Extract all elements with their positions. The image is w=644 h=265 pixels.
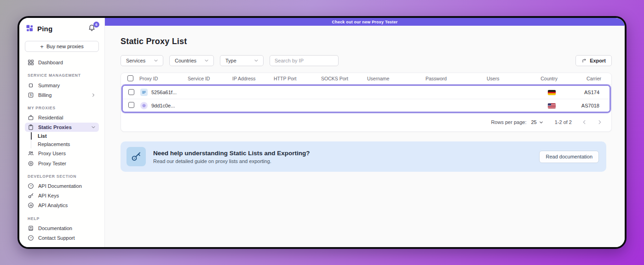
carrier-cell: AS174 xyxy=(566,90,610,95)
section-title-developer-section: DEVELOPER SECTION xyxy=(28,174,99,179)
pagination-bar: Rows per page: 25 1-2 of 2 xyxy=(121,113,611,131)
help-banner: Need help understanding Static Lists and… xyxy=(121,141,606,172)
table-header-row: Proxy ID Service ID IP Address HTTP Port… xyxy=(121,73,611,85)
analytics-icon xyxy=(28,202,34,209)
carrier-cell: AS7018 xyxy=(566,103,610,108)
datacenter-proxy-icon xyxy=(140,89,148,96)
help-title: Need help understanding Static Lists and… xyxy=(153,150,532,157)
export-button-label: Export xyxy=(590,58,606,63)
services-filter-select[interactable]: Services xyxy=(121,55,163,66)
column-header-service-id: Service ID xyxy=(187,76,231,81)
sidebar-item-contact-support[interactable]: ? Contact Support xyxy=(25,233,99,242)
sidebar-item-list[interactable]: List xyxy=(31,132,99,140)
read-documentation-button[interactable]: Read documentation xyxy=(539,151,599,163)
column-header-http-port: HTTP Port xyxy=(273,76,320,81)
next-page-button[interactable] xyxy=(597,119,603,125)
svg-text:$: $ xyxy=(30,93,32,96)
chevron-down-icon xyxy=(91,124,96,130)
sidebar-item-residential[interactable]: Residential xyxy=(25,113,99,122)
column-header-password: Password xyxy=(425,76,486,81)
export-arrow-icon xyxy=(581,58,587,63)
proxy-id-value: 5256a61f... xyxy=(151,90,177,95)
notification-badge: 6 xyxy=(93,22,99,28)
isp-proxy-icon xyxy=(140,102,148,109)
chevron-down-icon xyxy=(153,58,159,63)
buy-new-proxies-label: Buy new proxies xyxy=(46,44,84,49)
sidebar-item-label: Proxy Users xyxy=(38,151,66,156)
sidebar-item-proxy-tester[interactable]: Proxy Tester xyxy=(25,159,99,168)
support-icon: ? xyxy=(28,235,34,241)
column-header-proxy-id: Proxy ID xyxy=(138,76,187,81)
sidebar-item-replacements[interactable]: Replacements xyxy=(31,140,99,148)
billing-icon: $ xyxy=(28,92,34,98)
app-window: Ping 6 + Buy new proxies Dashboard SERVI… xyxy=(17,16,627,249)
row-checkbox[interactable] xyxy=(128,102,134,108)
sidebar-item-label: API Documentation xyxy=(38,183,82,189)
sidebar-item-api-keys[interactable]: API Keys xyxy=(25,191,99,200)
main-area: Check out our new Proxy Tester Static Pr… xyxy=(105,18,625,247)
sidebar-item-label: API Analytics xyxy=(38,203,68,208)
sidebar-item-label: Replacements xyxy=(38,141,70,147)
sidebar-item-label: Billing xyxy=(38,92,52,98)
column-header-country: Country xyxy=(517,76,568,81)
ping-logo[interactable]: Ping xyxy=(26,24,52,33)
svg-text:?: ? xyxy=(30,237,32,239)
sidebar-item-proxy-users[interactable]: Proxy Users xyxy=(25,149,99,158)
pagination-range: 1-2 of 2 xyxy=(555,119,572,125)
section-title-service-management: SERVICE MANAGEMENT xyxy=(28,73,99,78)
sidebar-item-label: API Keys xyxy=(38,193,59,198)
sidebar-item-label: Dashboard xyxy=(38,60,63,65)
sidebar-item-static-proxies[interactable]: Static Proxies xyxy=(25,123,99,132)
country-cell xyxy=(515,102,566,108)
help-subtitle: Read our detailed guide on proxy lists a… xyxy=(153,158,532,164)
desktop-background: Ping 6 + Buy new proxies Dashboard SERVI… xyxy=(0,0,644,265)
section-title-my-proxies: MY PROXIES xyxy=(28,106,99,110)
country-cell xyxy=(515,90,566,96)
question-circle-icon: ? xyxy=(28,183,34,189)
sidebar-item-dashboard[interactable]: Dashboard xyxy=(25,58,99,67)
clipboard-icon xyxy=(28,124,34,130)
promo-banner-text: Check out our new Proxy Tester xyxy=(332,20,398,24)
sidebar-item-api-analytics[interactable]: API Analytics xyxy=(25,201,99,210)
sidebar-header: Ping 6 xyxy=(25,23,99,34)
germany-flag-icon xyxy=(548,90,556,95)
row-checkbox[interactable] xyxy=(128,89,134,95)
sidebar-item-label: List xyxy=(38,133,47,139)
filter-toolbar: Services Countries Type Export xyxy=(121,55,612,66)
svg-text:?: ? xyxy=(30,185,32,187)
sidebar-item-label: Documentation xyxy=(38,226,72,231)
sidebar-item-api-documentation[interactable]: ? API Documentation xyxy=(25,181,99,191)
rows-per-page-select[interactable]: 25 xyxy=(531,119,543,125)
select-all-checkbox[interactable] xyxy=(127,75,133,81)
table-row[interactable]: 9dd1c0e... AS7018 xyxy=(123,99,610,112)
type-filter-label: Type xyxy=(225,58,236,63)
notifications-button[interactable]: 6 xyxy=(88,23,98,34)
buy-new-proxies-button[interactable]: + Buy new proxies xyxy=(25,41,99,52)
usa-flag-icon xyxy=(548,103,556,108)
section-title-help: HELP xyxy=(28,216,99,221)
column-header-users: Users xyxy=(486,76,517,81)
proxy-table-card: Proxy ID Service ID IP Address HTTP Port… xyxy=(121,73,612,132)
search-by-ip-input[interactable] xyxy=(270,55,339,66)
selected-rows-outline: 5256a61f... AS174 xyxy=(121,85,611,113)
sidebar-item-billing[interactable]: $ Billing xyxy=(25,90,99,100)
book-icon xyxy=(28,225,34,231)
services-filter-label: Services xyxy=(126,58,145,63)
promo-banner[interactable]: Check out our new Proxy Tester xyxy=(105,18,625,26)
countries-filter-label: Countries xyxy=(175,58,196,63)
dashboard-grid-icon xyxy=(28,59,34,66)
rows-per-page-label: Rows per page: xyxy=(491,119,526,125)
previous-page-button[interactable] xyxy=(581,119,587,125)
sidebar-item-summary[interactable]: Summary xyxy=(25,80,99,90)
table-row[interactable]: 5256a61f... AS174 xyxy=(123,86,610,99)
countries-filter-select[interactable]: Countries xyxy=(169,55,214,66)
plus-icon: + xyxy=(40,43,44,50)
target-icon xyxy=(28,160,34,167)
type-filter-select[interactable]: Type xyxy=(220,55,264,66)
page-content: Static Proxy List Services Countries Typ… xyxy=(105,26,625,172)
ping-logo-icon xyxy=(26,24,34,33)
key-icon xyxy=(126,147,146,166)
help-text: Need help understanding Static Lists and… xyxy=(153,150,532,164)
sidebar-item-documentation[interactable]: Documentation xyxy=(25,224,99,233)
export-button[interactable]: Export xyxy=(575,55,612,66)
